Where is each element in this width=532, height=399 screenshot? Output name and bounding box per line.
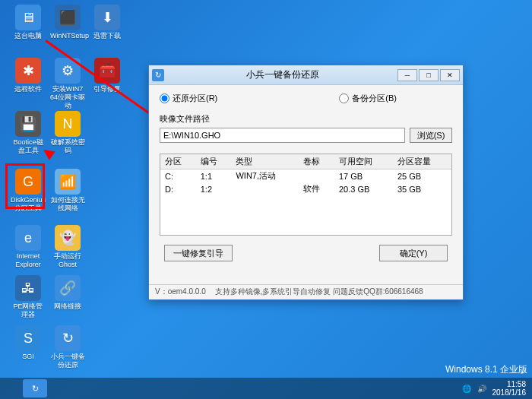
support-label: 支持多种镜像,多系统引导自动修复 问题反馈QQ群:606616468 (215, 287, 423, 298)
column-header[interactable]: 编号 (196, 154, 232, 169)
desktop-icon-label: SGI (11, 353, 46, 361)
window-body: 还原分区(R) 备份分区(B) 映像文件路径 浏览(S) 分区编号类型卷标可用空… (149, 85, 463, 269)
table-cell: D: (160, 182, 196, 195)
desktop-icon-image: 🔗 (55, 275, 81, 301)
desktop-icon-image: e (15, 225, 41, 251)
desktop-icon-15[interactable]: ↻小兵一键备份还原 (50, 325, 85, 369)
desktop-icon-label: WinNTSetup (50, 32, 85, 40)
table-cell: C: (160, 169, 196, 183)
minimize-button[interactable]: ─ (397, 69, 417, 81)
desktop-icon-label: PE网络管理器 (11, 302, 46, 319)
desktop-icon-13[interactable]: 🔗网络链接 (50, 275, 85, 311)
radio-restore[interactable]: 还原分区(R) (160, 93, 217, 104)
desktop-icon-image: 🖥 (15, 5, 41, 30)
column-header[interactable]: 卷标 (299, 154, 334, 169)
table-cell: 35 GB (393, 182, 451, 195)
desktop-icon-image: ✱ (15, 58, 41, 84)
radio-backup-input[interactable] (339, 93, 349, 103)
desktop-icon-label: 这台电脑 (11, 32, 46, 40)
partition-table[interactable]: 分区编号类型卷标可用空间分区容量 C:1:1WIN7,活动17 GB25 GBD… (160, 154, 452, 236)
windows-watermark: Windows 8.1 企业版 (445, 363, 527, 376)
desktop-icon-image: 📶 (55, 169, 81, 195)
column-header[interactable]: 类型 (231, 154, 299, 169)
column-header[interactable]: 分区 (160, 154, 196, 169)
app-icon: ↻ (152, 69, 164, 81)
tray-clock[interactable]: 11:58 2018/1/16 (492, 380, 527, 397)
maximize-button[interactable]: □ (419, 69, 439, 81)
table-cell (231, 182, 299, 195)
table-cell: 20.3 GB (334, 182, 393, 195)
repair-boot-button[interactable]: 一键修复引导 (164, 245, 233, 261)
column-header[interactable]: 分区容量 (393, 154, 451, 169)
desktop-icon-image: N (55, 111, 81, 137)
desktop-icon-image: ↻ (55, 325, 81, 351)
table-row[interactable]: C:1:1WIN7,活动17 GB25 GB (160, 169, 451, 183)
window-title: 小兵一键备份还原 (169, 68, 396, 81)
ok-button[interactable]: 确定(Y) (379, 245, 448, 261)
annotation-highlight-box (5, 163, 45, 209)
desktop-icon-label: 如何连接无线网络 (50, 196, 85, 213)
mode-radio-group: 还原分区(R) 备份分区(B) (160, 93, 452, 104)
desktop-icon-1[interactable]: ⬛WinNTSetup (50, 5, 85, 40)
desktop-icon-label: 远程软件 (11, 85, 46, 93)
desktop-icon-12[interactable]: 🖧PE网络管理器 (11, 275, 46, 319)
table-cell: 17 GB (334, 169, 393, 183)
desktop-icon-image: 🖧 (15, 275, 41, 301)
taskbar-app-icon[interactable]: ↻ (23, 379, 47, 397)
radio-restore-input[interactable] (160, 93, 169, 103)
path-label: 映像文件路径 (160, 113, 452, 125)
desktop-icon-image: ⬛ (55, 5, 81, 30)
desktop-icon-label: Internet Explorer (11, 252, 46, 269)
app-window: ↻ 小兵一键备份还原 ─ □ ✕ 还原分区(R) 备份分区(B) 映像文件路径 … (148, 65, 464, 300)
desktop-icon-3[interactable]: ✱远程软件 (11, 58, 46, 93)
desktop-icon-label: 网络链接 (50, 302, 85, 311)
tray-date: 2018/1/16 (492, 388, 527, 397)
desktop-icon-9[interactable]: 📶如何连接无线网络 (50, 169, 85, 213)
desktop-icon-label: 安装WIN7 64位网卡驱动 (50, 85, 85, 110)
browse-button[interactable]: 浏览(S) (410, 128, 452, 143)
desktop-icon-10[interactable]: eInternet Explorer (11, 225, 46, 269)
desktop-icon-image: 🧰 (94, 58, 120, 84)
version-label: V：oem4.0.0.0 (155, 287, 206, 298)
radio-backup[interactable]: 备份分区(B) (339, 93, 397, 104)
desktop-icon-label: 小兵一键备份还原 (50, 353, 85, 369)
desktop-icon-11[interactable]: 👻手动运行Ghost (50, 225, 85, 269)
radio-backup-label: 备份分区(B) (352, 93, 397, 104)
column-header[interactable]: 可用空间 (334, 154, 393, 169)
taskbar[interactable]: ↻ 🌐 🔊 11:58 2018/1/16 (0, 378, 532, 399)
image-path-input[interactable] (160, 128, 405, 143)
desktop-icon-6[interactable]: 💾Bootice磁盘工具 (11, 111, 46, 155)
radio-restore-label: 还原分区(R) (173, 93, 217, 104)
desktop-icon-image: S (15, 325, 41, 351)
desktop-icon-label: 迅雷下载 (90, 32, 125, 40)
table-cell (299, 169, 334, 183)
table-cell: 1:1 (196, 169, 232, 183)
table-cell: 软件 (299, 182, 334, 195)
desktop-icon-image: 💾 (15, 111, 41, 137)
desktop-icon-image: 👻 (55, 225, 81, 251)
tray-sound-icon[interactable]: 🔊 (477, 385, 486, 393)
desktop-icon-2[interactable]: ⬇迅雷下载 (90, 5, 125, 40)
system-tray[interactable]: 🌐 🔊 11:58 2018/1/16 (462, 380, 533, 397)
desktop-icon-label: 破解系统密码 (50, 138, 85, 155)
desktop-icon-label: 手动运行Ghost (50, 252, 85, 269)
table-cell: 1:2 (196, 182, 232, 195)
desktop-icon-0[interactable]: 🖥这台电脑 (11, 5, 46, 40)
close-button[interactable]: ✕ (440, 69, 460, 81)
tray-time: 11:58 (492, 380, 527, 388)
desktop-icon-7[interactable]: N破解系统密码 (50, 111, 85, 155)
desktop-icon-image: ⬇ (94, 5, 120, 30)
desktop-icon-14[interactable]: SSGI (11, 325, 46, 361)
window-footer: V：oem4.0.0.0 支持多种镜像,多系统引导自动修复 问题反馈QQ群:60… (149, 284, 463, 299)
table-cell: 25 GB (393, 169, 451, 183)
titlebar[interactable]: ↻ 小兵一键备份还原 ─ □ ✕ (149, 65, 463, 85)
tray-network-icon[interactable]: 🌐 (462, 385, 471, 393)
table-cell: WIN7,活动 (231, 169, 299, 183)
table-row[interactable]: D:1:2软件20.3 GB35 GB (160, 182, 451, 195)
